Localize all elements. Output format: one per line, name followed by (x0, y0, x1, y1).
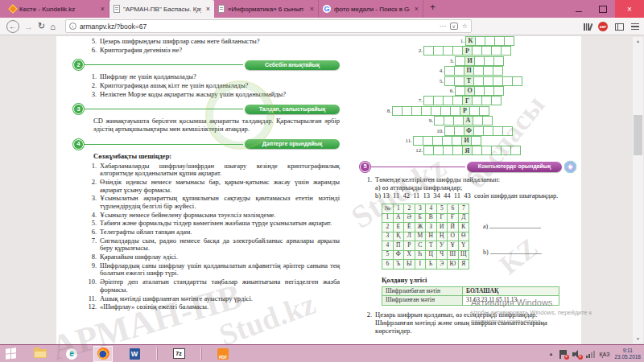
item-number: 9. (80, 262, 97, 278)
scroll-down-icon[interactable]: ▼ (633, 335, 643, 343)
alphabet-cell: 5 (436, 204, 448, 214)
answer-blank-a: a) (483, 223, 541, 230)
usage-table: Шифрланбаған мәтінБОЛАШАҚШифрланған мәті… (382, 286, 559, 306)
list-item: 2.Криптографияда ашық кілт не үшін қолда… (80, 82, 340, 90)
alphabet-table-wrap: №12345671АӘБВГҒД2ЕЁЖЗИЙК3ҚЛМНҢОӨ4ПРСТУҰҮ… (361, 204, 576, 269)
pocket-icon[interactable]: ∨ (450, 23, 458, 30)
forward-icon[interactable]: → (24, 22, 33, 31)
crossword-row: 4.П (393, 66, 554, 76)
crossword-clue-number: 8. (387, 106, 391, 116)
crossword-cells: 9.А (435, 116, 493, 125)
crossword-clue-number: 9. (429, 116, 433, 125)
site-info-icon[interactable]: i (69, 23, 76, 30)
item-number: 1. (80, 73, 97, 81)
eset-button[interactable]: e (62, 346, 81, 362)
crossword-cells: 2.Р (424, 46, 511, 56)
alphabet-cell: Ц (426, 250, 437, 260)
section-2-list: 1.Шифрлау не үшін қолданылады?2.Криптогр… (74, 73, 340, 98)
word-button[interactable]: W (125, 346, 144, 362)
left-column: 5.Цезарь шифрындағы шифрлар саны неге ба… (74, 38, 340, 312)
crossword-cell (493, 86, 504, 96)
alphabet-cell: Х (404, 250, 415, 260)
crossword-clue-number: 3. (450, 56, 454, 66)
7zip-button[interactable]: 7z (169, 346, 188, 362)
alphabet-cell: О (448, 232, 459, 241)
crossword-cells: 4.П (445, 66, 503, 76)
url-text[interactable]: armanpv.kz/?book=67 (80, 23, 436, 31)
alphabet-cell: Щ (458, 250, 469, 260)
crossword-clue-number: 7. (419, 96, 423, 105)
list-item: 5.Табиғи және формальды тілдер көмегімен… (80, 220, 340, 228)
bookmark-star-icon[interactable]: ☆ (462, 23, 468, 30)
tab-close-icon[interactable]: × (413, 5, 419, 13)
reload-icon[interactable]: ↻ (38, 21, 45, 31)
browser-tab[interactable]: "АРМАН-ПВ" Баспасы. Қауым ба× (109, 0, 214, 18)
eset-icon: e (66, 348, 77, 360)
alphabet-row: 1АӘБВГҒД (382, 213, 469, 223)
alphabet-cell: Ф (393, 250, 404, 260)
item-number: 7. (80, 237, 97, 253)
minimize-button-icon[interactable] (567, 0, 591, 18)
scroll-up-icon[interactable]: ▲ (633, 37, 643, 46)
firefox-button[interactable] (93, 346, 113, 362)
home-icon[interactable]: ⌂ (50, 22, 56, 31)
browser-tab[interactable]: «Информатика» 6 сынып — «Ата× (214, 0, 319, 18)
menu-icon[interactable] (631, 23, 639, 31)
item-text: Әріптер деп аталатын стандартты таңбалар… (100, 278, 340, 294)
tab-close-icon[interactable]: × (308, 5, 314, 13)
file-explorer-button[interactable] (31, 346, 50, 362)
start-button[interactable] (0, 345, 21, 362)
new-tab-button[interactable]: + (423, 0, 442, 18)
tab-close-icon[interactable]: × (99, 5, 105, 13)
back-icon[interactable]: ← (6, 20, 19, 33)
section-line (85, 144, 243, 145)
section-5-number-badge: 5 (361, 162, 369, 171)
maximize-button-icon[interactable] (591, 0, 615, 18)
foxit-button[interactable]: PDF (213, 346, 233, 362)
crossword-cells: 6.О (456, 86, 504, 96)
library-icon[interactable] (584, 23, 591, 31)
list-item: 5.Цезарь шифрындағы шифрлар саны неге ба… (80, 38, 340, 46)
tab-close-icon[interactable]: × (204, 5, 210, 13)
language-indicator[interactable]: ҚАЗ (600, 352, 610, 357)
scroll-thumb[interactable] (634, 115, 642, 155)
crossword-row: 11.И (393, 136, 554, 146)
item-text: Қарапайым шифрлау әдісі. (100, 253, 340, 261)
crossword-row: 1.К (393, 36, 554, 46)
adblock-icon[interactable]: ABP (598, 22, 608, 31)
blank-line (489, 223, 541, 228)
alphabet-cell: М (415, 232, 426, 241)
task-2-text: Цезарь шифрын қолданып, өз есімдеріңді ш… (375, 311, 576, 335)
alphabet-cell: Ә (404, 213, 415, 223)
network-icon[interactable] (586, 350, 595, 359)
item-text: Неліктен Морзе коды ақпаратты жасыру үші… (100, 91, 340, 99)
crossword-cells: 10.Ф (445, 126, 513, 136)
tab-title: "АРМАН-ПВ" Баспасы. Қауым ба (123, 6, 201, 13)
clock[interactable]: 9:11 23.05.2018 (614, 348, 641, 360)
alphabet-row: 5ФХҺЦЧШЩ (382, 250, 469, 260)
url-bar[interactable]: i armanpv.kz/?book=67 ⋯ ∨ ☆ (65, 19, 472, 33)
firefox-icon (97, 348, 109, 360)
tab-strip: Кесте - Kundelik.kz×"АРМАН-ПВ" Баспасы. … (5, 0, 423, 18)
item-number: 2. (80, 82, 97, 90)
item-text: Шифрлардың саны шифрлау үшін қолданылаты… (100, 262, 340, 278)
action-center-icon[interactable]: × (559, 350, 568, 359)
browser-tab[interactable]: Gфото медали - Поиск в Googl× (319, 0, 423, 18)
scrollbar[interactable]: ▲ ▼ (633, 37, 643, 343)
tray-expand-icon[interactable]: ▲ (549, 352, 554, 356)
crossword-cell (491, 96, 502, 105)
section-2-number-badge: 2 (74, 60, 83, 69)
crossword-row: 6.О (393, 86, 554, 96)
volume-muted-icon[interactable]: × (572, 350, 581, 359)
windows-logo-icon (6, 348, 16, 359)
close-button-icon[interactable]: × (615, 0, 644, 18)
list-item: 2.Өзіндік идеясы немесе мағынасы бар, қа… (80, 179, 340, 194)
toolbar-right: ABP (584, 18, 639, 35)
alphabet-cell: В (426, 213, 437, 223)
taskbar-separator (200, 348, 201, 360)
alphabet-cell: Ө (458, 232, 469, 241)
page-actions-icon[interactable]: ⋯ (440, 23, 446, 30)
browser-tab[interactable]: Кесте - Kundelik.kz× (5, 0, 109, 18)
list-item: 11.Ашық мәтінді шифрланған мәтінге ауыст… (80, 295, 340, 303)
sidebar-icon[interactable] (615, 23, 624, 31)
